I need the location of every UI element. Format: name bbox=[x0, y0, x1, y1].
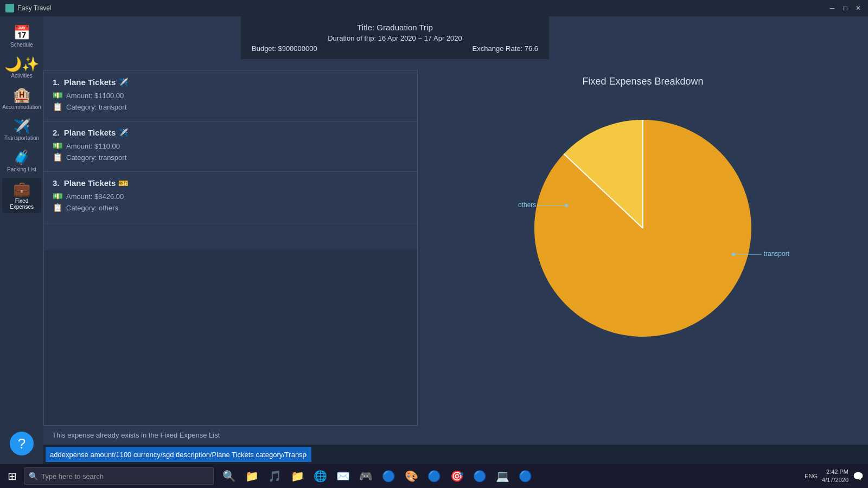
expense-spacer bbox=[43, 248, 418, 426]
trip-budget-row: Budget: $900000000 Exchange Rate: 76.6 bbox=[252, 44, 538, 53]
others-label: others bbox=[518, 201, 571, 209]
trip-duration: Duration of trip: 16 Apr 2020 ~ 17 Apr 2… bbox=[252, 34, 538, 42]
sidebar-label-transportation: Transportation bbox=[4, 135, 39, 141]
taskbar-app-icons: 🔍 📁 🎵 📁 🌐 ✉️ 🎮 🔵 🎨 🔵 🎯 🔵 💻 🔵 bbox=[219, 466, 535, 486]
category-label-1: Category: transport bbox=[66, 103, 126, 111]
expense-title-3: 3. Plane Tickets 🎫 bbox=[53, 178, 409, 188]
taskbar-clock: 2:42 PM 4/17/2020 bbox=[822, 468, 848, 485]
expense-item-1: 1. Plane Tickets ✈️ 💵 Amount: $1100.00 📋… bbox=[44, 71, 417, 121]
expense-category-2: 📋 Category: transport bbox=[53, 152, 409, 162]
transportation-icon: ✈️ bbox=[13, 119, 30, 134]
clock-date: 4/17/2020 bbox=[822, 476, 848, 484]
taskbar-icon-app1[interactable]: 🎮 bbox=[356, 466, 375, 486]
maximize-button[interactable]: □ bbox=[841, 4, 850, 12]
title-bar: Easy Travel ─ □ ✕ bbox=[0, 0, 868, 16]
sidebar-label-accommodation: Accommodation bbox=[2, 104, 41, 110]
window-controls: ─ □ ✕ bbox=[828, 4, 863, 12]
transport-line bbox=[729, 251, 762, 258]
sidebar-item-fixed-expenses[interactable]: 💼 Fixed Expenses bbox=[2, 178, 41, 213]
amount-label-3: Amount: $8426.00 bbox=[66, 192, 124, 201]
expense-amount-1: 💵 Amount: $1100.00 bbox=[53, 91, 409, 100]
expense-item-2: 2. Plane Tickets ✈️ 💵 Amount: $110.00 📋 … bbox=[44, 121, 417, 172]
category-icon-2: 📋 bbox=[53, 152, 63, 162]
schedule-icon: 📅 bbox=[13, 25, 30, 41]
others-line bbox=[538, 202, 571, 209]
amount-label-2: Amount: $110.00 bbox=[66, 142, 120, 150]
category-icon-3: 📋 bbox=[53, 203, 63, 213]
sidebar-label-schedule: Schedule bbox=[10, 42, 33, 48]
amount-label-1: Amount: $1100.00 bbox=[66, 92, 124, 100]
accommodation-icon: 🏨 bbox=[13, 87, 30, 103]
taskbar-icon-app3[interactable]: 🎨 bbox=[401, 466, 421, 486]
category-label-3: Category: others bbox=[66, 204, 118, 212]
taskbar-right: ENG 2:42 PM 4/17/2020 🗨️ bbox=[805, 468, 868, 485]
taskbar-language: ENG bbox=[805, 473, 818, 479]
svg-point-1 bbox=[565, 204, 568, 207]
status-message: This expense already exists in the Fixed… bbox=[43, 426, 418, 445]
command-bar bbox=[43, 445, 868, 464]
sidebar: 📅 Schedule 🌙✨ Activities 🏨 Accommodation… bbox=[0, 16, 43, 464]
packing-icon: 🧳 bbox=[13, 150, 30, 165]
taskbar-icon-spotify[interactable]: 🎵 bbox=[265, 466, 284, 486]
app-icon bbox=[5, 4, 14, 12]
taskbar-icon-files[interactable]: 📁 bbox=[242, 466, 261, 486]
expense-category-3: 📋 Category: others bbox=[53, 203, 409, 213]
sidebar-item-activities[interactable]: 🌙✨ Activities bbox=[2, 53, 41, 82]
close-button[interactable]: ✕ bbox=[854, 4, 863, 12]
sidebar-label-packing: Packing List bbox=[7, 166, 36, 172]
fixed-expenses-icon: 💼 bbox=[13, 181, 30, 197]
sidebar-label-activities: Activities bbox=[11, 73, 32, 79]
amount-icon-2: 💵 bbox=[53, 141, 63, 151]
help-button[interactable]: ? bbox=[10, 432, 34, 455]
pie-chart: others transport bbox=[513, 98, 773, 358]
taskbar-search[interactable]: 🔍 Type here to search bbox=[24, 467, 214, 485]
taskbar: ⊞ 🔍 Type here to search 🔍 📁 🎵 📁 🌐 ✉️ 🎮 🔵… bbox=[0, 464, 868, 488]
sidebar-item-accommodation[interactable]: 🏨 Accommodation bbox=[2, 84, 41, 113]
amount-icon-3: 💵 bbox=[53, 191, 63, 201]
help-icon: ? bbox=[18, 435, 25, 452]
command-input[interactable] bbox=[46, 447, 311, 462]
category-icon-1: 📋 bbox=[53, 102, 63, 112]
chart-panel: Fixed Expenses Breakdown bbox=[418, 70, 868, 445]
trip-info-header: Title: Graduation Trip Duration of trip:… bbox=[241, 16, 549, 59]
trip-title: Title: Graduation Trip bbox=[252, 23, 538, 32]
expense-title-1: 1. Plane Tickets ✈️ bbox=[53, 78, 409, 87]
search-placeholder: Type here to search bbox=[41, 472, 104, 480]
taskbar-icon-explorer[interactable]: 📁 bbox=[288, 466, 307, 486]
expense-list: 1. Plane Tickets ✈️ 💵 Amount: $1100.00 📋… bbox=[43, 70, 418, 248]
taskbar-icon-app4[interactable]: 🔵 bbox=[424, 466, 444, 486]
category-label-2: Category: transport bbox=[66, 153, 126, 162]
amount-icon-1: 💵 bbox=[53, 91, 63, 100]
transport-label: transport bbox=[729, 250, 789, 258]
sidebar-item-schedule[interactable]: 📅 Schedule bbox=[2, 22, 41, 51]
main-content: 1. Plane Tickets ✈️ 💵 Amount: $1100.00 📋… bbox=[43, 70, 868, 445]
clock-time: 2:42 PM bbox=[822, 468, 848, 476]
pie-chart-svg bbox=[513, 98, 773, 358]
start-button[interactable]: ⊞ bbox=[0, 464, 24, 488]
taskbar-icon-search[interactable]: 🔍 bbox=[219, 466, 239, 486]
expense-item-3: 3. Plane Tickets 🎫 💵 Amount: $8426.00 📋 … bbox=[44, 172, 417, 222]
taskbar-icon-app7[interactable]: 💻 bbox=[493, 466, 512, 486]
taskbar-icon-app8[interactable]: 🔵 bbox=[515, 466, 535, 486]
notification-icon[interactable]: 🗨️ bbox=[853, 471, 864, 481]
sidebar-label-fixed-expenses: Fixed Expenses bbox=[4, 198, 39, 210]
trip-exchange-rate: Exchange Rate: 76.6 bbox=[473, 44, 538, 53]
activities-icon: 🌙✨ bbox=[4, 56, 39, 72]
expense-amount-2: 💵 Amount: $110.00 bbox=[53, 141, 409, 151]
expense-category-1: 📋 Category: transport bbox=[53, 102, 409, 112]
trip-budget-amount: Budget: $900000000 bbox=[252, 44, 317, 53]
chart-title: Fixed Expenses Breakdown bbox=[582, 76, 703, 87]
sidebar-item-transportation[interactable]: ✈️ Transportation bbox=[2, 115, 41, 145]
taskbar-icon-app6[interactable]: 🔵 bbox=[470, 466, 489, 486]
taskbar-icon-mail[interactable]: ✉️ bbox=[333, 466, 353, 486]
taskbar-icon-app2[interactable]: 🔵 bbox=[379, 466, 398, 486]
expense-panel: 1. Plane Tickets ✈️ 💵 Amount: $1100.00 📋… bbox=[43, 70, 418, 445]
expense-title-2: 2. Plane Tickets ✈️ bbox=[53, 128, 409, 138]
taskbar-icon-app5[interactable]: 🎯 bbox=[447, 466, 467, 486]
app-title: Easy Travel bbox=[17, 4, 828, 12]
search-icon: 🔍 bbox=[29, 472, 38, 480]
minimize-button[interactable]: ─ bbox=[828, 4, 837, 12]
taskbar-icon-chrome[interactable]: 🌐 bbox=[310, 466, 330, 486]
expense-amount-3: 💵 Amount: $8426.00 bbox=[53, 191, 409, 201]
sidebar-item-packing-list[interactable]: 🧳 Packing List bbox=[2, 146, 41, 176]
